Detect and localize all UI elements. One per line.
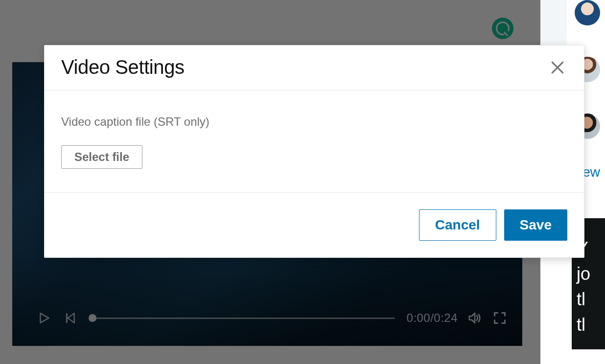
caption-file-label: Video caption file (SRT only) (61, 115, 567, 129)
modal-footer: Cancel Save (45, 193, 584, 257)
promo-line: tl (577, 287, 605, 312)
avatar[interactable] (575, 0, 600, 25)
video-settings-modal: Video Settings Video caption file (SRT o… (44, 45, 584, 258)
save-button[interactable]: Save (504, 209, 567, 241)
modal-body: Video caption file (SRT only) Select fil… (45, 91, 584, 193)
promo-line: jo (577, 261, 605, 287)
close-icon (550, 60, 565, 75)
promo-line: tl (577, 312, 605, 338)
modal-header: Video Settings (45, 46, 584, 91)
close-button[interactable] (548, 58, 567, 77)
select-file-button[interactable]: Select file (61, 145, 142, 169)
cancel-button[interactable]: Cancel (419, 209, 496, 241)
modal-title: Video Settings (61, 56, 185, 78)
